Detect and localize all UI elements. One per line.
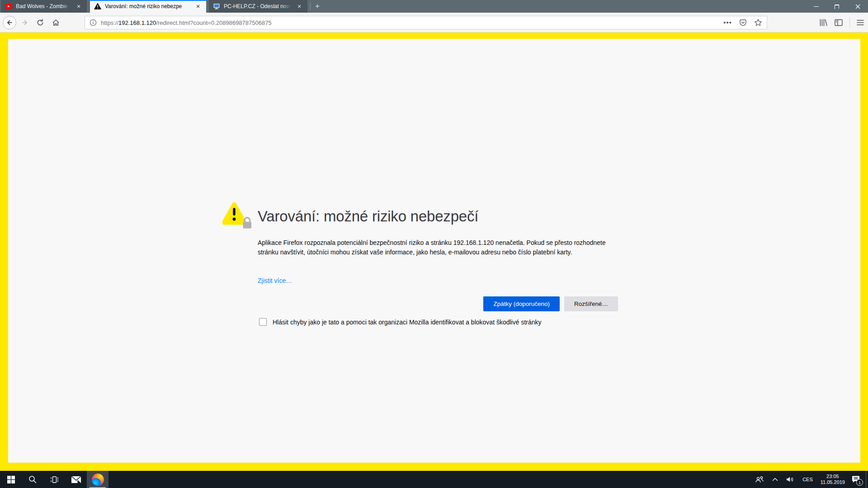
window-controls: [806, 0, 868, 13]
window-close-button[interactable]: [847, 0, 868, 13]
report-errors-label: Hlásit chyby jako je tato a pomoci tak o…: [273, 318, 542, 327]
library-icon[interactable]: [819, 19, 828, 27]
window-restore-button[interactable]: [826, 0, 847, 13]
sidebar-icon[interactable]: [835, 19, 843, 26]
tab-close-icon[interactable]: ✕: [295, 2, 303, 10]
info-icon: [90, 19, 97, 26]
url-scheme: https://: [101, 19, 118, 26]
button-row: Zpátky (doporučeno) Rozšířené…: [258, 296, 618, 311]
show-desktop-button[interactable]: [866, 471, 868, 488]
language-indicator[interactable]: CES: [798, 471, 817, 488]
address-bar[interactable]: https://192.168.1.120/redirect.html?coun…: [85, 16, 767, 29]
task-view-button[interactable]: [43, 471, 65, 488]
menu-hamburger-icon[interactable]: [857, 19, 864, 26]
windows-taskbar: CES 23:05 11.05.2019 1: [0, 471, 868, 488]
pocket-icon[interactable]: [739, 19, 747, 27]
tray-overflow-button[interactable]: [768, 471, 782, 488]
clock-date: 11.05.2019: [821, 479, 845, 485]
tab-title: Varování: možné riziko nebezpe: [105, 3, 191, 10]
warning-page: Varování: možné riziko nebezpečí Aplikac…: [8, 39, 860, 463]
report-errors-row: Hlásit chyby jako je tato a pomoci tak o…: [259, 318, 542, 327]
mail-icon: [71, 476, 81, 483]
forward-icon: [21, 19, 28, 26]
warning-icon: [94, 3, 101, 10]
reload-button[interactable]: [33, 16, 47, 29]
taskbar-search-button[interactable]: [22, 471, 43, 488]
urlbar-actions: •••: [723, 19, 762, 27]
toolbar-right: [819, 13, 864, 33]
clock-time: 23:05: [826, 474, 839, 479]
url-text: https://192.168.1.120/redirect.html?coun…: [101, 19, 272, 26]
back-icon: [6, 19, 13, 26]
people-button[interactable]: [751, 471, 768, 488]
report-errors-checkbox[interactable]: [259, 318, 267, 326]
tab-close-icon[interactable]: ✕: [75, 2, 83, 10]
window-minimize-button[interactable]: [806, 0, 826, 13]
tab-youtube[interactable]: Bad Wolves - Zombie (Official V ✕: [1, 0, 87, 13]
firefox-taskbar-button[interactable]: [87, 471, 108, 488]
chevron-up-icon: [772, 478, 778, 481]
reload-icon: [37, 19, 44, 26]
start-button[interactable]: [0, 471, 22, 488]
tab-warning-active[interactable]: Varování: možné riziko nebezpe ✕: [90, 0, 206, 13]
computer-icon: [213, 3, 220, 10]
home-icon: [52, 19, 60, 26]
toolbar-separator: [849, 18, 850, 28]
warning-description: Aplikace Firefox rozpoznala potenciální …: [258, 238, 617, 257]
bookmark-star-icon[interactable]: [754, 19, 762, 27]
url-host: 192.168.1.120: [118, 19, 156, 26]
action-center-button[interactable]: 1: [849, 471, 866, 488]
security-warning-icon: [222, 202, 253, 230]
tab-close-icon[interactable]: ✕: [194, 2, 202, 10]
task-view-icon: [50, 476, 59, 483]
home-button[interactable]: [49, 16, 62, 29]
url-path: /redirect.html?count=0.20898698787506875: [156, 19, 272, 26]
volume-button[interactable]: [782, 471, 798, 488]
speaker-icon: [786, 476, 794, 483]
back-button[interactable]: [3, 16, 16, 29]
navigation-toolbar: https://192.168.1.120/redirect.html?coun…: [0, 13, 868, 33]
screen: Bad Wolves - Zombie (Official V ✕ Varová…: [0, 0, 868, 488]
firefox-logo-icon: [92, 474, 104, 486]
advanced-button[interactable]: Rozšířené…: [564, 296, 618, 311]
page-actions-icon[interactable]: •••: [723, 20, 732, 25]
restore-icon: [835, 5, 839, 9]
mail-app-button[interactable]: [65, 471, 87, 488]
go-back-button[interactable]: Zpátky (doporučeno): [483, 296, 560, 311]
youtube-icon: [5, 3, 12, 10]
forward-button[interactable]: [18, 16, 32, 29]
search-icon: [28, 475, 37, 483]
tab-title: Bad Wolves - Zombie (Official V: [16, 3, 72, 10]
browser-tab-bar: Bad Wolves - Zombie (Official V ✕ Varová…: [0, 0, 868, 13]
close-icon: [855, 4, 860, 9]
windows-logo-icon: [7, 476, 15, 483]
tab-pchelp[interactable]: PC-HELP.CZ - Odeslat nové tém ✕: [209, 0, 307, 13]
warning-page-yellow-frame: Varování: možné riziko nebezpečí Aplikac…: [0, 33, 868, 471]
system-tray: CES 23:05 11.05.2019 1: [751, 471, 868, 488]
minimize-icon: [814, 6, 819, 7]
learn-more-link[interactable]: Zjistit více…: [258, 277, 292, 284]
page-title: Varování: možné riziko nebezpečí: [258, 208, 478, 225]
people-icon: [755, 476, 764, 483]
new-tab-button[interactable]: +: [311, 0, 324, 13]
tab-title: PC-HELP.CZ - Odeslat nové tém: [224, 3, 292, 10]
taskbar-clock[interactable]: 23:05 11.05.2019: [817, 474, 849, 485]
notification-badge: 1: [856, 479, 863, 486]
